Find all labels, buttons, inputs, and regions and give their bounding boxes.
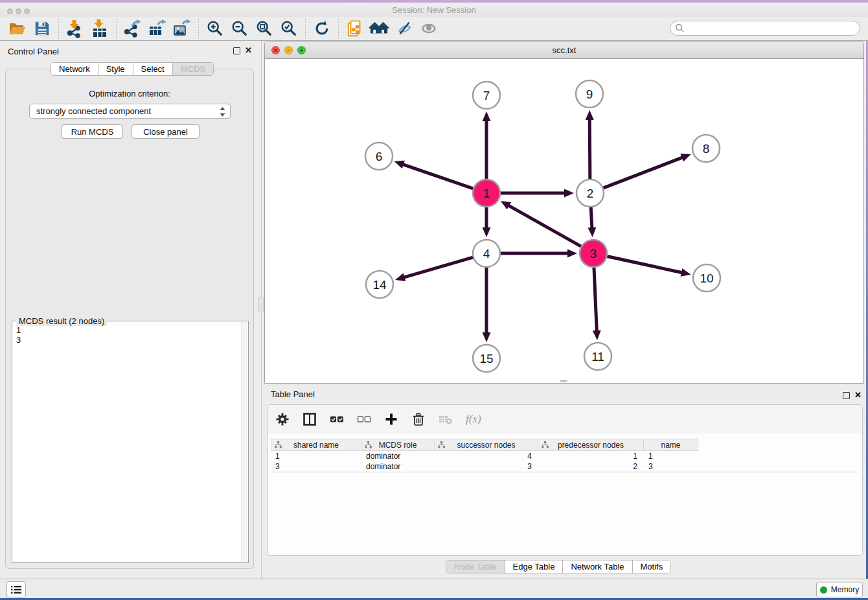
mcds-result-text[interactable]: 1 3 xyxy=(16,325,239,560)
deselect-all-icon[interactable] xyxy=(357,412,371,426)
trash-icon[interactable] xyxy=(411,412,426,426)
mcds-result-group: MCDS result (2 nodes) 1 3 xyxy=(12,321,249,563)
mcds-panel: Optimization criterion: strongly connect… xyxy=(5,69,254,569)
tab-network-table[interactable]: Network Table xyxy=(563,560,632,573)
gear-icon[interactable] xyxy=(275,412,290,426)
graph-edge-1-6[interactable] xyxy=(402,164,475,189)
close-panel-button[interactable]: Close panel xyxy=(131,124,200,139)
network-canvas[interactable]: 7968124314101511 xyxy=(265,59,863,384)
eye-icon[interactable] xyxy=(417,17,441,40)
tab-motifs[interactable]: Motifs xyxy=(633,560,671,573)
result-scrollbar[interactable] xyxy=(241,322,247,562)
import-network-icon[interactable] xyxy=(63,17,87,40)
chevron-up-down-icon xyxy=(219,106,226,119)
network-scrollbar-handle[interactable] xyxy=(560,380,567,382)
mcds-result-title: MCDS result (2 nodes) xyxy=(16,316,107,326)
tab-style[interactable]: Style xyxy=(98,63,133,75)
cell-mcds-role[interactable]: dominator xyxy=(361,451,435,461)
sort-tree-icon xyxy=(542,441,549,448)
memory-label: Memory xyxy=(831,585,859,594)
add-column-icon[interactable] xyxy=(384,412,398,426)
tab-edge-table[interactable]: Edge Table xyxy=(505,560,564,573)
column-label: MCDS role xyxy=(379,441,417,450)
float-table-panel-icon[interactable] xyxy=(843,392,850,399)
column-header-shared-name[interactable]: shared name xyxy=(271,439,361,451)
graph-edge-2-9[interactable] xyxy=(589,119,590,181)
graph-edge-3-11[interactable] xyxy=(594,266,597,332)
graph-edge-3-10[interactable] xyxy=(606,256,683,273)
criterion-select[interactable]: strongly connected component xyxy=(29,104,231,119)
graph-edge-arrow-icon xyxy=(483,332,491,342)
search-input[interactable] xyxy=(670,21,860,36)
panel-divider-handle[interactable] xyxy=(258,297,264,312)
graph-node-label-8: 8 xyxy=(703,142,710,156)
delete-column-icon[interactable] xyxy=(439,412,453,426)
graph-node-label-10: 10 xyxy=(700,271,713,285)
select-all-icon[interactable] xyxy=(330,412,344,426)
cell-predecessor-nodes[interactable]: 2 xyxy=(538,461,644,472)
function-builder-icon[interactable]: f(x) xyxy=(466,412,481,426)
tab-node-table[interactable]: Node Table xyxy=(446,560,505,573)
search-field-wrap xyxy=(670,21,860,36)
cell-shared-name[interactable]: 3 xyxy=(271,461,361,472)
search-icon xyxy=(675,23,685,36)
tab-network[interactable]: Network xyxy=(51,63,98,75)
graph-node-label-6: 6 xyxy=(376,150,383,163)
run-mcds-button[interactable]: Run MCDS xyxy=(62,124,123,139)
hide-details-icon[interactable] xyxy=(392,17,417,40)
status-bar: Memory xyxy=(0,579,868,598)
zoom-fit-icon[interactable] xyxy=(252,17,277,40)
node-table-panel: f(x) shared nameMCDS rolesuccessor nodes… xyxy=(267,404,863,556)
import-table-icon[interactable] xyxy=(87,17,112,40)
graph-edge-4-14[interactable] xyxy=(403,257,474,277)
cell-mcds-role[interactable]: dominator xyxy=(361,461,435,472)
tab-mcds[interactable]: MCDS xyxy=(173,63,213,75)
cell-successor-nodes[interactable]: 3 xyxy=(435,461,538,472)
cell-predecessor-nodes[interactable]: 1 xyxy=(538,451,644,461)
open-folder-icon[interactable] xyxy=(5,17,30,40)
graph-edge-2-8[interactable] xyxy=(602,157,683,189)
memory-button[interactable]: Memory xyxy=(816,582,863,597)
graph-node-label-15: 15 xyxy=(479,352,493,365)
graph-edge-2-3[interactable] xyxy=(591,205,592,229)
sort-tree-icon xyxy=(365,441,372,448)
cell-name[interactable]: 3 xyxy=(644,461,698,472)
tab-select[interactable]: Select xyxy=(133,63,173,75)
network-document-icon[interactable] xyxy=(343,17,367,40)
criterion-value: strongly connected component xyxy=(36,106,151,116)
graph-edge-3-1[interactable] xyxy=(508,205,582,248)
table-row-2[interactable]: 3dominator323 xyxy=(271,461,859,472)
graph-node-label-11: 11 xyxy=(591,350,604,363)
cell-name[interactable]: 1 xyxy=(644,451,698,461)
close-panel-icon[interactable]: ✕ xyxy=(245,45,252,55)
graph-node-label-1: 1 xyxy=(483,187,490,200)
zoom-in-icon[interactable] xyxy=(203,17,227,40)
window-title-bar[interactable]: Session: New Session xyxy=(0,3,868,17)
columns-icon[interactable] xyxy=(303,412,317,426)
task-history-button[interactable] xyxy=(6,581,26,597)
graph-node-label-3: 3 xyxy=(590,247,597,260)
close-table-panel-icon[interactable]: ✕ xyxy=(854,390,862,400)
graph-node-label-2: 2 xyxy=(587,187,594,200)
export-image-icon[interactable] xyxy=(170,17,194,40)
save-icon[interactable] xyxy=(30,17,54,40)
toolbar-separator xyxy=(338,19,339,38)
column-header-successor-nodes[interactable]: successor nodes xyxy=(435,439,538,451)
graph-edge-arrow-icon xyxy=(681,268,691,277)
export-network-icon[interactable] xyxy=(120,17,145,40)
network-window-title-bar[interactable]: ✕ − + scc.txt xyxy=(265,41,863,59)
cell-successor-nodes[interactable]: 4 xyxy=(435,451,538,461)
zoom-selected-icon[interactable] xyxy=(277,17,301,40)
column-header-mcds-role[interactable]: MCDS role xyxy=(361,439,435,451)
network-graph: 7968124314101511 xyxy=(265,59,863,384)
refresh-layout-icon[interactable] xyxy=(310,17,334,40)
float-panel-icon[interactable] xyxy=(233,47,240,54)
cell-shared-name[interactable]: 1 xyxy=(271,451,361,461)
column-header-predecessor-nodes[interactable]: predecessor nodes xyxy=(538,439,644,451)
export-table-icon[interactable] xyxy=(145,17,170,40)
home-icon[interactable] xyxy=(367,17,392,40)
table-row-1[interactable]: 1dominator411 xyxy=(271,451,859,461)
column-header-name[interactable]: name xyxy=(644,439,698,451)
node-table: shared nameMCDS rolesuccessor nodesprede… xyxy=(271,439,859,472)
zoom-out-icon[interactable] xyxy=(227,17,252,40)
